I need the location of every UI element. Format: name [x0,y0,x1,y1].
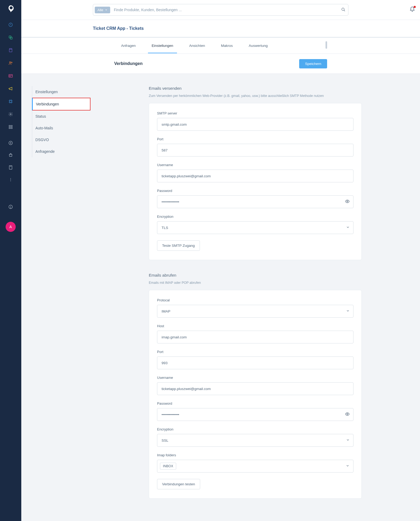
svg-rect-13 [11,128,13,129]
recv-proto-label: Protocal [157,298,353,302]
svg-point-0 [10,6,13,9]
recv-user-label: Username [157,376,353,380]
recv-pass-input[interactable] [157,408,353,421]
notifications-button[interactable] [409,6,415,12]
global-search[interactable]: Alle [93,4,348,16]
svg-point-31 [347,413,348,415]
page-header: Ticket CRM App - Tickets [21,20,420,38]
search-scope-select[interactable]: Alle [95,7,110,13]
app-logo[interactable] [7,5,15,13]
recv-user-input[interactable] [157,382,353,395]
svg-rect-2 [9,36,11,38]
send-card: SMTP server Port Username [149,103,362,260]
smtp-user-input[interactable] [157,170,353,182]
tab-makros[interactable]: Makros [219,38,234,53]
notification-badge [414,6,416,8]
chevron-down-icon [105,9,108,11]
recv-enc-label: Encryption [157,427,353,431]
recv-host-input[interactable] [157,331,353,343]
tab-auswertung[interactable]: Auswertung [247,38,269,53]
side-item-anfragende[interactable]: Anfragende [32,146,90,157]
tab-einstellungen[interactable]: Einstellungen [150,38,175,53]
svg-point-4 [10,62,11,63]
svg-point-5 [11,62,12,63]
test-smtp-button[interactable]: Teste SMTP Zugang [157,240,200,251]
svg-point-23 [10,179,11,180]
svg-point-22 [10,178,11,179]
svg-rect-6 [9,75,13,77]
recv-folders-label: Imap folders [157,453,353,457]
topbar: Alle [21,0,420,20]
section-header: Verbindungen Speichern [21,54,420,74]
nav-customers-icon[interactable] [8,60,13,66]
recv-port-label: Port [157,350,353,354]
nav-add-icon[interactable] [8,140,13,146]
nav-orders-icon[interactable] [8,48,13,53]
recv-port-input[interactable] [157,356,353,369]
smtp-server-input[interactable] [157,118,353,131]
smtp-port-input[interactable] [157,144,353,157]
recv-pass-label: Password [157,401,353,405]
send-block-title: Emails versenden [149,86,362,91]
nav-extensions-icon[interactable] [8,99,13,104]
folder-tag[interactable]: INBOX [160,463,176,470]
recv-block-subtitle: Emails mit IMAP oder POP abrufen [149,281,362,285]
search-scope-label: Alle [97,8,103,12]
nav-calc-icon[interactable] [8,165,13,170]
recv-folders-input[interactable]: INBOX [157,460,353,473]
eye-icon[interactable] [345,412,350,417]
nav-settings-icon[interactable] [8,112,13,117]
recv-proto-select[interactable]: IMAP [157,305,353,318]
side-item-auto-mails[interactable]: Auto-Mails [32,122,90,134]
recv-enc-select[interactable]: SSL [157,434,353,447]
search-input[interactable] [110,8,341,12]
svg-point-9 [10,114,11,115]
send-block-subtitle: Zum Versenden per herkömmlichen Web-Prov… [149,94,362,98]
nav-more-icon[interactable] [8,177,13,182]
side-menu: Einstellungen Verbindungen Status Auto-M… [32,86,90,157]
svg-rect-10 [9,125,10,127]
nav-content-icon[interactable] [8,73,13,79]
svg-rect-17 [9,166,12,169]
save-button[interactable]: Speichern [299,59,327,68]
search-icon[interactable] [341,7,345,13]
nav-catalog-icon[interactable] [8,35,13,40]
user-avatar[interactable]: A [6,222,16,232]
page-title: Ticket CRM App - Tickets [93,26,348,31]
nav-dashboard-icon[interactable] [8,22,13,27]
tabs-bar: Anfragen Einstellungen Ansichten Makros … [21,38,420,54]
eye-icon[interactable] [345,199,350,205]
section-title: Verbindungen [114,61,143,66]
smtp-enc-select[interactable]: TLS [157,221,353,234]
recv-block-title: Emails abrufen [149,273,362,278]
side-item-verbindungen[interactable]: Verbindungen [32,98,90,110]
tabs-scrollbar[interactable] [326,41,327,49]
side-item-einstellungen[interactable]: Einstellungen [32,86,90,98]
svg-point-28 [342,8,344,10]
smtp-user-label: Username [157,163,353,167]
side-item-status[interactable]: Status [32,110,90,122]
side-item-dsgvo[interactable]: DSGVO [32,134,90,146]
recv-host-label: Host [157,324,353,328]
recv-card: Protocal IMAP Host [149,290,362,499]
nav-apps-icon[interactable] [8,124,13,130]
nav-help-icon[interactable] [8,204,13,210]
nav-sidebar: A [0,0,21,521]
smtp-enc-label: Encryption [157,215,353,219]
tab-anfragen[interactable]: Anfragen [120,38,137,53]
smtp-port-label: Port [157,137,353,141]
smtp-pass-input[interactable] [157,195,353,208]
svg-point-24 [10,180,11,181]
svg-rect-11 [11,125,13,127]
tab-ansichten[interactable]: Ansichten [188,38,207,53]
smtp-server-label: SMTP server [157,111,353,115]
svg-point-27 [10,208,11,208]
svg-line-29 [344,10,345,11]
svg-rect-12 [9,128,10,129]
nav-marketing-icon[interactable] [8,86,13,91]
smtp-pass-label: Password [157,189,353,193]
chevron-down-icon [346,464,349,469]
nav-cart-icon[interactable] [8,153,13,158]
test-recv-button[interactable]: Verbindungen testen [157,479,200,489]
svg-rect-3 [10,37,13,39]
